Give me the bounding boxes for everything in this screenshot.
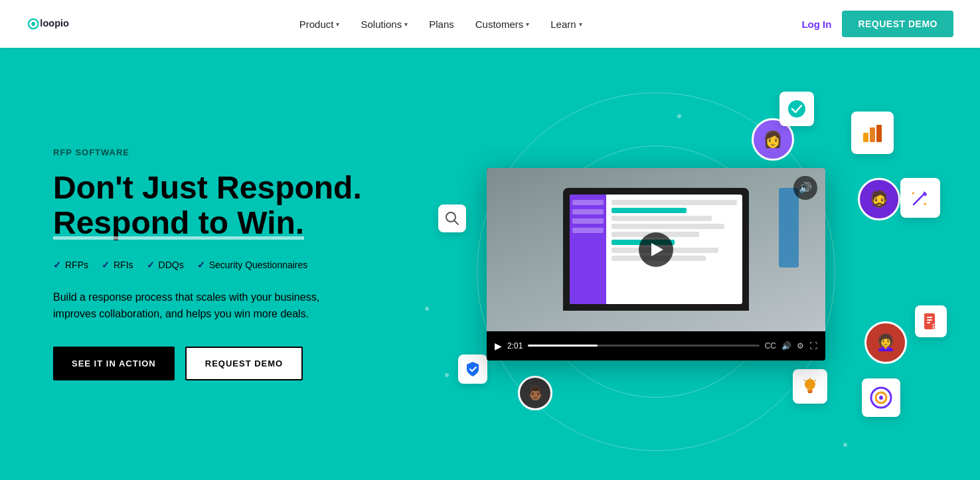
screen-row-accent — [612, 208, 687, 213]
play-button[interactable] — [639, 232, 673, 267]
bg-dot — [843, 443, 847, 447]
chevron-down-icon: ▾ — [579, 21, 582, 28]
sound-icon: 🔊 — [799, 181, 812, 194]
chevron-down-icon: ▾ — [404, 21, 408, 28]
nav-product[interactable]: Product ▾ — [299, 19, 340, 30]
navbar: loopio Product ▾ Solutions ▾ Plans Custo… — [0, 0, 980, 48]
checkmark-icon: ✓ — [197, 260, 205, 270]
svg-text:✦: ✦ — [911, 191, 916, 197]
hero-buttons: SEE IT IN ACTION REQUEST DEMO — [53, 347, 385, 380]
checkmark-icon: ✓ — [147, 260, 155, 270]
fullscreen-icon[interactable]: ⛶ — [809, 341, 817, 351]
check-rfps: ✓ RFPs — [53, 260, 88, 270]
video-timestamp: 2:01 — [507, 341, 523, 351]
login-button[interactable]: Log In — [801, 19, 831, 30]
logo[interactable]: loopio — [27, 12, 80, 36]
video-controls: ▶ 2:01 CC 🔊 ⚙ ⛶ — [487, 331, 825, 360]
video-thumbnail: 🔊 — [487, 168, 825, 331]
svg-rect-24 — [927, 319, 932, 321]
nav-plans[interactable]: Plans — [429, 19, 454, 30]
sidebar-item — [572, 228, 604, 233]
hero-label: RFP SOFTWARE — [53, 147, 385, 157]
check-security: ✓ Security Questionnaires — [197, 260, 308, 270]
video-play-button[interactable]: ▶ — [495, 341, 502, 351]
icon-doc-box: R — [915, 305, 947, 337]
avatar-face: 👩‍🦱 — [876, 333, 896, 352]
svg-point-21 — [879, 396, 883, 400]
svg-rect-3 — [863, 133, 868, 142]
icon-check-box — [779, 92, 814, 126]
check-rfis: ✓ RFIs — [102, 260, 133, 270]
hero-title: Don't Just Respond. Respond to Win. — [53, 171, 385, 241]
hero-request-demo-button[interactable]: REQUEST DEMO — [185, 347, 303, 380]
video-progress-fill — [528, 345, 597, 347]
video-player[interactable]: 🔊 ▶ 2:01 CC 🔊 ⚙ ⛶ — [487, 168, 825, 360]
hero-section: RFP SOFTWARE Don't Just Respond. Respond… — [0, 48, 980, 480]
settings-icon[interactable]: ⚙ — [797, 341, 804, 351]
chevron-down-icon: ▾ — [336, 21, 339, 28]
svg-point-6 — [788, 100, 805, 118]
icon-search-box — [438, 204, 466, 232]
hero-content: RFP SOFTWARE Don't Just Respond. Respond… — [53, 147, 385, 380]
avatar-face: 👩 — [763, 130, 783, 149]
svg-point-13 — [805, 379, 815, 390]
nav-learn[interactable]: Learn ▾ — [550, 19, 582, 30]
svg-line-8 — [454, 220, 458, 224]
svg-rect-5 — [876, 125, 882, 142]
icon-shield-box — [458, 355, 487, 384]
sound-button[interactable]: 🔊 — [793, 176, 817, 200]
screen-row — [612, 224, 724, 229]
icon-wand-box: ✦ ✦ — [900, 178, 940, 218]
video-progress-bar[interactable] — [528, 345, 759, 347]
avatar-2: 🧔 — [858, 178, 900, 220]
sidebar-item — [572, 209, 604, 214]
volume-icon[interactable]: 🔊 — [781, 341, 791, 351]
hero-right: 👩 🧔 👩‍🦱 👨🏾 — [385, 98, 927, 430]
sidebar-item — [572, 218, 604, 224]
svg-rect-15 — [808, 392, 812, 393]
svg-rect-4 — [870, 127, 875, 142]
svg-rect-25 — [927, 322, 930, 323]
svg-line-17 — [804, 380, 805, 381]
chevron-down-icon: ▾ — [526, 21, 529, 28]
play-icon — [651, 243, 663, 256]
check-ddqs: ✓ DDQs — [147, 260, 184, 270]
svg-rect-23 — [927, 317, 932, 318]
avatar-face: 🧔 — [869, 190, 889, 208]
avatar-face: 👨🏾 — [527, 385, 544, 401]
hero-description: Build a response process that scales wit… — [53, 289, 332, 323]
icon-chart-box — [851, 112, 894, 154]
captions-icon[interactable]: CC — [765, 341, 776, 351]
svg-text:loopio: loopio — [40, 18, 69, 29]
nav-links: Product ▾ Solutions ▾ Plans Customers ▾ … — [299, 19, 582, 30]
sidebar-item — [572, 200, 604, 205]
screen-sidebar — [570, 195, 606, 304]
icon-bulb-box — [793, 369, 827, 404]
nav-customers[interactable]: Customers ▾ — [475, 19, 530, 30]
hero-checks: ✓ RFPs ✓ RFIs ✓ DDQs ✓ Security Question… — [53, 260, 385, 270]
avatar-4: 👨🏾 — [518, 376, 552, 410]
svg-line-18 — [815, 380, 816, 381]
avatar-3: 👩‍🦱 — [864, 321, 907, 364]
svg-rect-14 — [807, 390, 813, 392]
svg-text:R: R — [932, 323, 937, 331]
request-demo-button[interactable]: REQUEST DEMO — [842, 11, 953, 37]
svg-text:✦: ✦ — [923, 201, 928, 207]
nav-solutions[interactable]: Solutions ▾ — [361, 19, 408, 30]
nav-actions: Log In REQUEST DEMO — [801, 11, 953, 37]
screen-row — [612, 216, 712, 221]
screen-main — [606, 195, 742, 304]
checkmark-icon: ✓ — [53, 260, 61, 270]
svg-point-1 — [31, 22, 35, 26]
icon-ring-box — [862, 378, 900, 417]
screen-row — [612, 200, 737, 205]
checkmark-icon: ✓ — [102, 260, 110, 270]
decoration — [779, 188, 799, 268]
see-action-button[interactable]: SEE IT IN ACTION — [53, 347, 175, 380]
